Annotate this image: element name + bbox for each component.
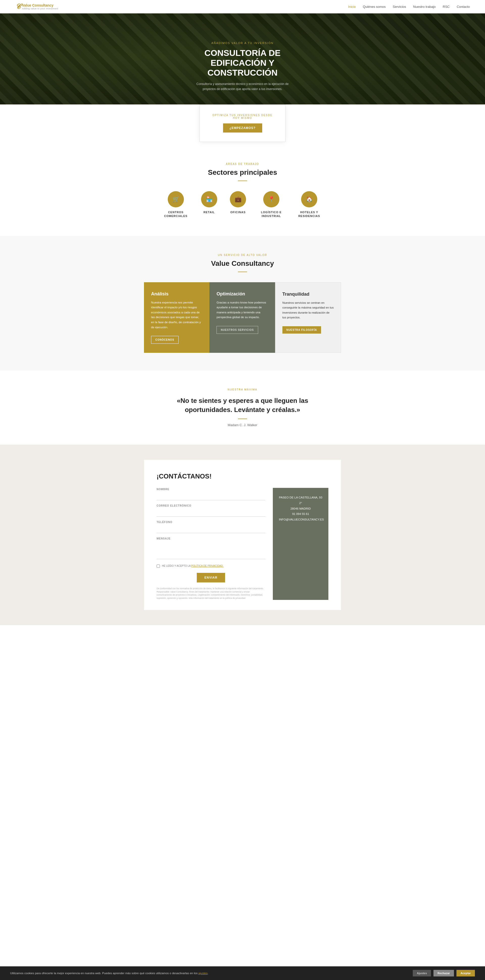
sector-oficinas: 💼 OFICINAS xyxy=(230,191,246,218)
address-city: 28046 MADRID xyxy=(279,506,322,512)
value-card-tranquilidad: Tranquilidad Nuestros servicios se centr… xyxy=(275,282,341,353)
name-input[interactable] xyxy=(157,492,265,500)
phone-input[interactable] xyxy=(157,525,265,533)
nav-servicios[interactable]: Servicios xyxy=(393,5,406,9)
legal-text: De conformidad con los normativa de prot… xyxy=(157,587,265,600)
nav-inicio[interactable]: Inicio xyxy=(348,5,356,9)
sector-logistico-label: LOGÍSTICO E INDUSTRIAL xyxy=(259,210,284,218)
contact-section: ¡CONTÁCTANOS! NOMBRE CORREO ELECTRÓNICO … xyxy=(0,445,485,625)
quote-text: «No te sientes y esperes a que lleguen l… xyxy=(174,396,311,415)
quote-divider xyxy=(238,418,247,419)
value-eyebrow: UN SERVICIO DE ALTO VALOR xyxy=(15,254,470,256)
sector-oficinas-label: OFICINAS xyxy=(230,210,246,214)
optimizacion-title: Optimización xyxy=(217,291,268,297)
message-input[interactable] xyxy=(157,541,265,559)
sectors-grid: 🛒 CENTROS COMERCIALES 🏪 RETAIL 💼 OFICINA… xyxy=(15,191,470,218)
value-divider xyxy=(238,272,247,272)
logo-name: Value Consultancy xyxy=(22,3,59,7)
sector-logistico: 📍 LOGÍSTICO E INDUSTRIAL xyxy=(259,191,284,218)
phone-group: TELÉFONO xyxy=(157,521,265,533)
sectors-section: ÁREAS DE TRABAJO Sectores principales 🛒 … xyxy=(0,145,485,236)
nav-contacto[interactable]: Contacto xyxy=(457,5,470,9)
message-label: MENSAJE xyxy=(157,537,265,540)
email-label: CORREO ELECTRÓNICO xyxy=(157,504,265,507)
cta-eyebrow: OPTIMIZA TUS INVERSIONES DESDE HOY MISMO xyxy=(210,114,275,119)
address-card: PASEO DE LA CASTELLANA, 93 2° 28046 MADR… xyxy=(273,488,328,600)
email-group: CORREO ELECTRÓNICO xyxy=(157,504,265,517)
conocenos-button[interactable]: CONÓCENOS xyxy=(151,336,179,344)
value-cards: Análisis Nuestra experiencia nos permite… xyxy=(144,282,341,353)
hero-eyebrow: AÑADIMOS VALOR A TU INVERSIÓN xyxy=(184,41,301,45)
contact-title: ¡CONTÁCTANOS! xyxy=(157,473,328,480)
sector-hoteles: 🏠 HOTELES Y RESIDENCIAS xyxy=(296,191,322,218)
hero-section: AÑADIMOS VALOR A TU INVERSIÓN CONSULTORÍ… xyxy=(0,13,485,119)
sector-retail: 🏪 RETAIL xyxy=(201,191,217,218)
analisis-title: Análisis xyxy=(151,291,202,297)
name-label: NOMBRE xyxy=(157,488,265,491)
sector-centros-icon: 🛒 xyxy=(168,191,184,207)
sectors-title: Sectores principales xyxy=(15,169,470,177)
header: 𝒞 Value Consultancy Adding value to your… xyxy=(0,0,485,13)
sectors-eyebrow: ÁREAS DE TRABAJO xyxy=(15,162,470,165)
optimizacion-text: Gracias a nuestro know-how podemos ayuda… xyxy=(217,300,268,320)
address-phone: 91 094 55 61 xyxy=(279,511,322,517)
nuestros-servicios-button[interactable]: NUESTROS SERVICIOS xyxy=(217,326,258,334)
sector-logistico-icon: 📍 xyxy=(263,191,279,207)
main-nav: Inicio Quiénes somos Servicios Nuestro t… xyxy=(348,5,470,9)
analisis-text: Nuestra experiencia nos permite identifi… xyxy=(151,300,202,330)
cta-spacer: OPTIMIZA TUS INVERSIONES DESDE HOY MISMO… xyxy=(0,105,485,125)
privacy-checkbox[interactable] xyxy=(157,565,160,568)
email-input[interactable] xyxy=(157,509,265,517)
address-email: INFO@VALUECONSULTANCY.ES xyxy=(279,517,322,522)
value-title: Value Consultancy xyxy=(15,259,470,267)
nav-rsc[interactable]: RSC xyxy=(443,5,450,9)
nav-trabajo[interactable]: Nuestro trabajo xyxy=(413,5,436,9)
quote-eyebrow: NUESTRA MÁXIMA xyxy=(15,388,470,391)
tranquilidad-text: Nuestros servicios se centran en consegu… xyxy=(282,301,334,320)
logo-icon: 𝒞 xyxy=(15,3,21,10)
privacy-link[interactable]: POLÍTICA DE PRIVACIDAD. xyxy=(191,565,223,567)
contact-form: NOMBRE CORREO ELECTRÓNICO TELÉFONO MENSA… xyxy=(157,488,265,600)
submit-button[interactable]: ENVIAR xyxy=(197,573,225,582)
message-group: MENSAJE xyxy=(157,537,265,560)
value-card-analisis: Análisis Nuestra experiencia nos permite… xyxy=(144,282,209,353)
cta-card: OPTIMIZA TUS INVERSIONES DESDE HOY MISMO… xyxy=(200,105,285,142)
address-street: PASEO DE LA CASTELLANA, 93 2° xyxy=(279,495,322,506)
cta-start-button[interactable]: ¿EMPEZAMOS? xyxy=(223,123,262,132)
sector-centros-label: CENTROS COMERCIALES xyxy=(163,210,189,218)
value-card-optimizacion: Optimización Gracias a nuestro know-how … xyxy=(209,282,275,353)
quote-section: NUESTRA MÁXIMA «No te sientes y esperes … xyxy=(0,371,485,445)
value-section: UN SERVICIO DE ALTO VALOR Value Consulta… xyxy=(0,236,485,371)
sector-retail-icon: 🏪 xyxy=(201,191,217,207)
sector-centros: 🛒 CENTROS COMERCIALES xyxy=(163,191,189,218)
contact-inner: ¡CONTÁCTANOS! NOMBRE CORREO ELECTRÓNICO … xyxy=(144,460,341,610)
nuestra-filosofia-button[interactable]: NUESTRA FILOSOFÍA xyxy=(282,326,321,334)
sector-oficinas-icon: 💼 xyxy=(230,191,246,207)
sector-retail-label: RETAIL xyxy=(204,210,215,214)
sector-hoteles-icon: 🏠 xyxy=(301,191,317,207)
tranquilidad-title: Tranquilidad xyxy=(282,291,334,297)
name-group: NOMBRE xyxy=(157,488,265,500)
hero-title: CONSULTORÍA DE EDIFICACIÓN Y CONSTRUCCIÓ… xyxy=(184,48,301,78)
privacy-row: HE LEÍDO Y ACEPTO LA POLÍTICA DE PRIVACI… xyxy=(157,564,265,568)
logo-tagline: Adding value to your investment xyxy=(22,7,59,10)
contact-layout: NOMBRE CORREO ELECTRÓNICO TELÉFONO MENSA… xyxy=(157,488,328,600)
phone-label: TELÉFONO xyxy=(157,521,265,523)
hero-description: Consultoría y asesoramiento técnico y ec… xyxy=(195,82,290,91)
logo: 𝒞 Value Consultancy Adding value to your… xyxy=(15,3,59,10)
hero-content: AÑADIMOS VALOR A TU INVERSIÓN CONSULTORÍ… xyxy=(179,37,306,97)
sector-hoteles-label: HOTELES Y RESIDENCIAS xyxy=(296,210,322,218)
quote-author: Madam C. J. Walker xyxy=(15,423,470,427)
nav-quienes[interactable]: Quiénes somos xyxy=(363,5,386,9)
sectors-divider xyxy=(238,181,247,181)
privacy-text: HE LEÍDO Y ACEPTO LA POLÍTICA DE PRIVACI… xyxy=(162,564,223,568)
